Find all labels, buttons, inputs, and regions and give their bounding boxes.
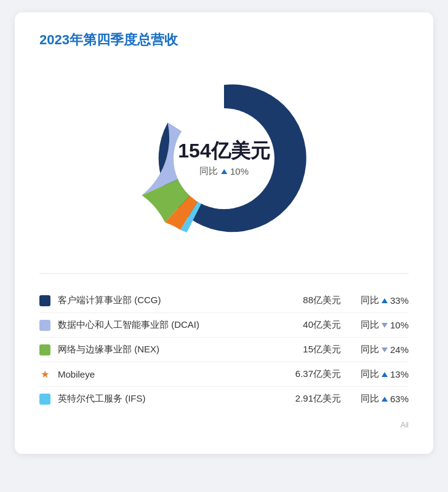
yoy-pct: 13%	[390, 369, 409, 379]
yoy-label: 同比	[361, 344, 379, 355]
center-sub-pct: 10%	[230, 166, 249, 177]
divider	[39, 273, 409, 274]
footer-text: Ail	[39, 421, 409, 429]
legend-label: 网络与边缘事业部 (NEX)	[58, 344, 286, 355]
trend-up-icon	[382, 397, 388, 402]
legend-row: 数据中心和人工智能事业部 (DCAI) 40亿美元 同比 10%	[39, 313, 409, 338]
legend-row: ★ Mobileye 6.37亿美元 同比 13%	[39, 362, 409, 387]
yoy-label: 同比	[361, 393, 379, 405]
legend-value: 6.37亿美元	[286, 368, 341, 380]
legend-icon-square	[39, 394, 50, 405]
legend-icon-square	[39, 320, 50, 331]
chart-center: 154亿美元 同比 10%	[178, 140, 270, 177]
legend-value: 2.91亿美元	[286, 393, 341, 405]
legend-value: 88亿美元	[286, 295, 341, 306]
legend-row: 客户端计算事业部 (CCG) 88亿美元 同比 33%	[39, 288, 409, 313]
legend-row: 英特尔代工服务 (IFS) 2.91亿美元 同比 63%	[39, 387, 409, 411]
report-card: 2023年第四季度总营收	[15, 12, 433, 454]
donut-chart: 154亿美元 同比 10%	[132, 66, 316, 251]
chart-area: 154亿美元 同比 10%	[39, 66, 409, 251]
legend-yoy: 同比 24%	[341, 344, 409, 355]
legend-label: 客户端计算事业部 (CCG)	[58, 295, 286, 306]
trend-up-icon	[382, 298, 388, 303]
center-value: 154亿美元	[178, 140, 270, 162]
legend-yoy: 同比 33%	[341, 295, 409, 306]
legend-icon-square	[39, 295, 50, 306]
legend-icon-star: ★	[39, 369, 50, 380]
page-title: 2023年第四季度总营收	[39, 31, 409, 49]
yoy-label: 同比	[361, 295, 379, 306]
legend-row: 网络与边缘事业部 (NEX) 15亿美元 同比 24%	[39, 338, 409, 362]
trend-up-icon	[382, 372, 388, 377]
center-arrow-up-icon	[221, 169, 227, 174]
yoy-label: 同比	[361, 319, 379, 331]
trend-down-icon	[382, 323, 388, 328]
legend-list: 客户端计算事业部 (CCG) 88亿美元 同比 33% 数据中心和人工智能事业部…	[39, 288, 409, 411]
legend-yoy: 同比 10%	[341, 319, 409, 331]
yoy-pct: 10%	[390, 320, 409, 330]
legend-label: 数据中心和人工智能事业部 (DCAI)	[58, 319, 286, 331]
trend-down-icon	[382, 347, 388, 352]
legend-icon-square	[39, 344, 50, 355]
legend-value: 40亿美元	[286, 319, 341, 331]
center-sub-label: 同比	[199, 165, 218, 177]
yoy-pct: 24%	[390, 344, 409, 355]
legend-yoy: 同比 13%	[341, 368, 409, 380]
yoy-label: 同比	[361, 368, 379, 380]
legend-value: 15亿美元	[286, 344, 341, 355]
yoy-pct: 63%	[390, 394, 409, 404]
legend-label: Mobileye	[58, 369, 286, 379]
center-subtitle: 同比 10%	[178, 165, 270, 177]
legend-yoy: 同比 63%	[341, 393, 409, 405]
yoy-pct: 33%	[390, 295, 409, 306]
legend-label: 英特尔代工服务 (IFS)	[58, 393, 286, 405]
